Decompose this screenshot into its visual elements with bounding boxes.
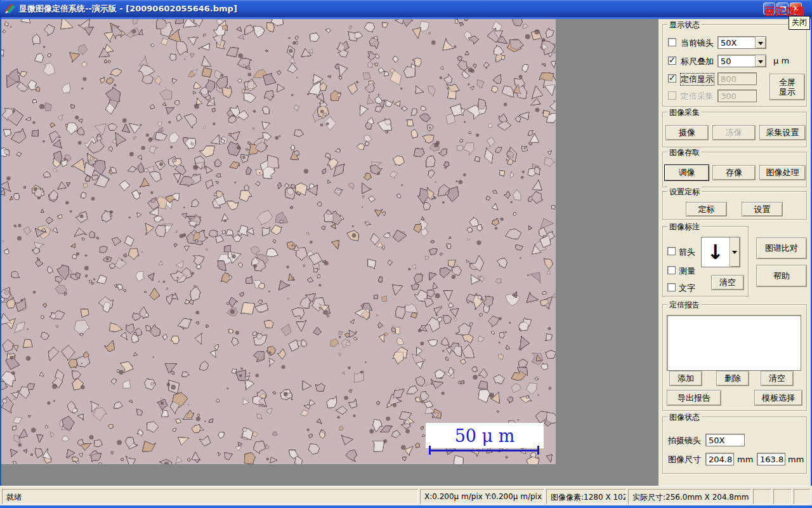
status-empty-2 xyxy=(773,489,792,504)
image-process-button[interactable]: 图像处理 xyxy=(759,165,806,180)
chevron-down-icon[interactable] xyxy=(755,37,766,48)
group-report: 定倍报告 添加 删除 清空 导出报告 模板选择 xyxy=(662,304,807,411)
app-icon xyxy=(4,3,16,14)
atlas-compare-button[interactable]: 图谱比对 xyxy=(756,237,807,259)
shoot-button[interactable]: 摄像 xyxy=(665,125,709,140)
freeze-button: 冻像 xyxy=(712,125,756,140)
checkbox-measure[interactable] xyxy=(667,266,676,274)
window-border-bottom xyxy=(0,505,812,508)
fullscreen-button-line1: 全屏 xyxy=(779,77,796,87)
load-image-button[interactable]: 调像 xyxy=(664,164,709,181)
scalebar-tick-left xyxy=(429,446,431,455)
input-fixed-capture: 300 xyxy=(717,90,757,102)
status-bar: 就绪 X:0.200μ m/pix Y:0.200μ m/pix 图像像素:12… xyxy=(0,486,812,505)
checkbox-arrow[interactable] xyxy=(667,247,676,255)
micrograph-image[interactable] xyxy=(1,19,556,464)
report-delete-button[interactable]: 删除 xyxy=(716,371,749,386)
status-actual-size: 实际尺寸:256.0mm X 204.8mm xyxy=(628,489,751,504)
status-pixels: 图像像素:1280 X 1024 xyxy=(546,489,626,504)
close-tooltip: 关闭 xyxy=(789,16,810,30)
status-scale: X:0.200μ m/pix Y:0.200μ m/pix xyxy=(420,489,544,504)
save-image-button[interactable]: 存像 xyxy=(712,165,756,180)
combo-current-lens-value: 50X xyxy=(718,37,755,48)
group-image-status: 图像状态 拍摄镜头 50X 图像尺寸 204.8 mm 163.8 mm xyxy=(662,417,807,474)
group-display-status-title: 显示状态 xyxy=(667,20,702,30)
combo-scale-value-text: 50 xyxy=(718,55,755,67)
group-annotation-title: 图像标注 xyxy=(667,222,702,232)
height-unit-label: mm xyxy=(788,455,804,464)
label-text: 文字 xyxy=(679,283,695,294)
group-display-status: 显示状态 当前镜头 50X 标尺叠加 50 μ m 定倍显示 800 定倍采集 … xyxy=(662,24,807,107)
scalebar-label: 50 μ m xyxy=(455,426,515,446)
checkbox-text[interactable] xyxy=(667,283,676,291)
label-measure: 测量 xyxy=(679,265,695,277)
status-empty-3 xyxy=(794,489,811,504)
label-arrow: 箭头 xyxy=(679,246,695,258)
checkbox-fixed-display[interactable] xyxy=(668,74,676,83)
scale-unit-label: μ m xyxy=(773,56,789,65)
checkbox-fixed-capture xyxy=(668,91,676,100)
label-shooting-lens: 拍摄镜头 xyxy=(668,435,701,446)
template-select-button[interactable]: 模板选择 xyxy=(754,390,802,406)
status-empty-1 xyxy=(753,489,771,504)
group-annotation: 图像标注 箭头 测量 文字 ↓ 清空 xyxy=(662,226,749,297)
width-unit-label: mm xyxy=(737,455,753,464)
annotation-clear-button[interactable]: 清空 xyxy=(711,275,744,290)
arrow-down-icon: ↓ xyxy=(702,237,730,267)
control-panel: 显示状态 当前镜头 50X 标尺叠加 50 μ m 定倍显示 800 定倍采集 … xyxy=(658,19,811,486)
chevron-down-icon[interactable] xyxy=(755,55,766,67)
help-button[interactable]: 帮助 xyxy=(756,265,807,287)
window-title: 显微图像定倍系统--演示版 - [20090602055646.bmp] xyxy=(19,3,237,15)
checkbox-scale-overlay[interactable] xyxy=(668,57,676,65)
group-report-title: 定倍报告 xyxy=(667,300,702,311)
report-add-button[interactable]: 添加 xyxy=(669,371,702,386)
label-image-size: 图像尺寸 xyxy=(668,454,701,465)
calibration-settings-button[interactable]: 设置 xyxy=(742,202,783,217)
group-calibration-title: 设置定标 xyxy=(667,187,702,197)
combo-current-lens[interactable]: 50X xyxy=(717,36,766,49)
capture-settings-button[interactable]: 采集设置 xyxy=(759,125,806,140)
export-report-button[interactable]: 导出报告 xyxy=(667,390,721,406)
input-fixed-display: 800 xyxy=(717,72,757,85)
group-capture: 图像采集 摄像 冻像 采集设置 xyxy=(662,112,807,147)
fullscreen-button-line2: 显示 xyxy=(779,87,796,97)
combo-scale-value[interactable]: 50 xyxy=(717,55,766,67)
scalebar-label-box: 50 μ m xyxy=(426,423,544,448)
group-storage: 图像存取 调像 存像 图像处理 xyxy=(662,152,807,187)
scalebar-tick-right xyxy=(537,446,539,455)
calibrate-button[interactable]: 定标 xyxy=(686,202,727,217)
group-image-status-title: 图像状态 xyxy=(667,412,702,423)
group-capture-title: 图像采集 xyxy=(667,107,702,118)
label-fixed-capture: 定倍采集 xyxy=(681,91,714,102)
report-listbox[interactable] xyxy=(667,315,801,371)
image-width-value: 204.8 xyxy=(705,453,734,465)
report-clear-button[interactable]: 清空 xyxy=(761,371,794,386)
label-scale-overlay: 标尺叠加 xyxy=(681,56,714,67)
label-current-lens: 当前镜头 xyxy=(681,37,714,49)
checkbox-current-lens[interactable] xyxy=(668,38,676,46)
scalebar-line xyxy=(429,450,539,451)
image-height-value: 163.8 xyxy=(757,453,785,465)
status-ready: 就绪 xyxy=(2,489,418,504)
chevron-down-icon[interactable] xyxy=(730,237,740,267)
shooting-lens-value: 50X xyxy=(705,434,745,446)
group-calibration: 设置定标 定标 设置 xyxy=(662,191,807,220)
fullscreen-button[interactable]: 全屏 显示 xyxy=(769,74,805,100)
arrow-style-combo[interactable]: ↓ xyxy=(701,237,740,267)
title-bar: 显微图像定倍系统--演示版 - [20090602055646.bmp] × xyxy=(0,0,812,17)
group-storage-title: 图像存取 xyxy=(667,147,702,158)
label-fixed-display: 定倍显示 xyxy=(681,74,714,85)
